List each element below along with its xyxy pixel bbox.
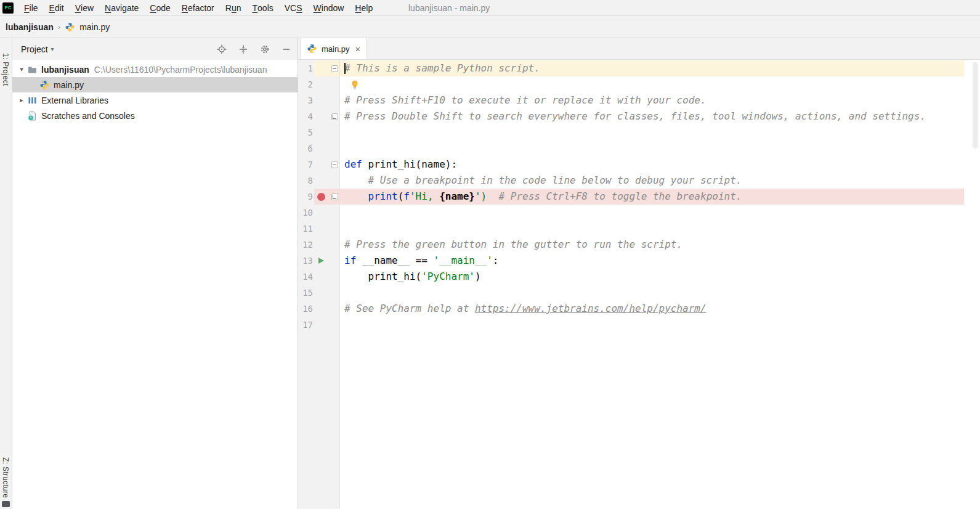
- gutter-row-1[interactable]: 1: [298, 60, 339, 76]
- menu-tools[interactable]: Tools: [247, 0, 279, 15]
- main-menu: FileEditViewNavigateCodeRefactorRunTools…: [18, 0, 378, 15]
- code-line-3[interactable]: # Press Shift+F10 to execute it or repla…: [340, 92, 964, 108]
- line-number: 1: [298, 63, 313, 73]
- editor-gutter: 1234567891011121314151617: [298, 60, 340, 509]
- pycharm-logo-icon: PC: [2, 2, 14, 14]
- gutter-row-17[interactable]: 17: [298, 317, 339, 333]
- code-line-16[interactable]: # See PyCharm help at https://www.jetbra…: [340, 301, 964, 317]
- code-line-6[interactable]: [340, 140, 964, 157]
- run-icon[interactable]: [318, 258, 324, 264]
- chevron-down-icon[interactable]: ▾: [51, 46, 54, 52]
- gutter-row-10[interactable]: 10: [298, 205, 339, 221]
- code-area[interactable]: # This is a sample Python script.# Press…: [340, 60, 964, 509]
- code-line-15[interactable]: [340, 285, 964, 301]
- code-line-14[interactable]: print_hi('PyCharm'): [340, 269, 964, 285]
- gutter-row-11[interactable]: 11: [298, 221, 339, 237]
- menu-help[interactable]: Help: [349, 0, 378, 15]
- fold-end-icon[interactable]: [331, 113, 338, 120]
- menu-navigate[interactable]: Navigate: [99, 0, 144, 15]
- gutter-row-2[interactable]: 2: [298, 76, 339, 92]
- project-view-selector[interactable]: Project: [21, 44, 48, 54]
- gutter-row-16[interactable]: 16: [298, 301, 339, 317]
- line-number: 11: [298, 224, 313, 234]
- code-line-7[interactable]: def print_hi(name):: [340, 157, 964, 173]
- tree-item-external-libraries[interactable]: ▸External Libraries: [12, 92, 298, 108]
- close-tab-icon[interactable]: ×: [355, 44, 361, 54]
- tree-item-label: main.py: [54, 80, 84, 90]
- line-number: 17: [298, 320, 313, 330]
- gutter-row-14[interactable]: 14: [298, 269, 339, 285]
- fold-start-icon[interactable]: [331, 65, 338, 72]
- tree-item-label: Scratches and Consoles: [41, 111, 135, 121]
- menu-refactor[interactable]: Refactor: [176, 0, 220, 15]
- gutter-row-15[interactable]: 15: [298, 285, 339, 301]
- gutter-row-3[interactable]: 3: [298, 92, 339, 108]
- menu-window[interactable]: Window: [308, 0, 350, 15]
- code-line-13[interactable]: if __name__ == '__main__':: [340, 253, 964, 269]
- menu-file[interactable]: File: [18, 0, 44, 15]
- stripe-project-button[interactable]: 1: Project: [1, 53, 10, 86]
- code-line-5[interactable]: [340, 124, 964, 140]
- code-line-17[interactable]: [340, 317, 964, 333]
- code-line-2[interactable]: [340, 76, 964, 92]
- gutter-row-9[interactable]: 9: [298, 189, 339, 205]
- gutter-row-8[interactable]: 8: [298, 173, 339, 189]
- menu-bar: PC FileEditViewNavigateCodeRefactorRunTo…: [0, 0, 980, 16]
- line-number: 10: [298, 208, 313, 218]
- menu-code[interactable]: Code: [144, 0, 176, 15]
- code-line-12[interactable]: # Press the green button in the gutter t…: [340, 237, 964, 253]
- scratches-icon: [27, 111, 38, 121]
- gutter-row-4[interactable]: 4: [298, 108, 339, 124]
- line-number: 15: [298, 288, 313, 298]
- line-number: 5: [298, 128, 313, 137]
- fold-start-icon[interactable]: [331, 161, 338, 168]
- locate-icon[interactable]: [217, 44, 227, 54]
- code-line-4[interactable]: # Press Double Shift to search everywher…: [340, 108, 964, 124]
- tree-item-scratches-and-consoles[interactable]: Scratches and Consoles: [12, 108, 298, 123]
- menu-run[interactable]: Run: [220, 0, 247, 15]
- line-number: 12: [298, 240, 313, 250]
- line-number: 7: [298, 160, 313, 169]
- gutter-row-13[interactable]: 13: [298, 253, 339, 269]
- line-number: 14: [298, 272, 313, 282]
- editor-area: main.py × 1234567891011121314151617 # Th…: [298, 38, 980, 509]
- hide-icon[interactable]: [281, 44, 291, 54]
- breadcrumb-project[interactable]: lubanjisuan: [6, 22, 54, 32]
- line-number: 2: [298, 79, 313, 89]
- python-file-icon: [65, 22, 75, 32]
- menu-vcs[interactable]: VCS: [279, 0, 308, 15]
- menu-edit[interactable]: Edit: [44, 0, 70, 15]
- fold-end-icon[interactable]: [331, 193, 338, 200]
- tab-main-py[interactable]: main.py ×: [300, 38, 367, 59]
- tool-window-toggle-icon[interactable]: [2, 501, 10, 507]
- breakpoint-icon[interactable]: [317, 193, 325, 201]
- line-number: 16: [298, 304, 313, 314]
- left-tool-window-stripe: 1: Project Z: Structure: [0, 38, 12, 509]
- line-number: 9: [298, 192, 313, 202]
- gutter-row-12[interactable]: 12: [298, 237, 339, 253]
- gutter-row-5[interactable]: 5: [298, 124, 339, 140]
- tree-item-main-py[interactable]: main.py: [12, 77, 298, 92]
- line-number: 6: [298, 144, 313, 153]
- gutter-row-7[interactable]: 7: [298, 157, 339, 173]
- code-line-10[interactable]: [340, 205, 964, 221]
- scrollbar-thumb[interactable]: [973, 62, 978, 149]
- code-line-8[interactable]: # Use a breakpoint in the code line belo…: [340, 173, 964, 189]
- menu-view[interactable]: View: [70, 0, 99, 15]
- editor-scrollbar[interactable]: [964, 60, 980, 509]
- gutter-row-6[interactable]: 6: [298, 140, 339, 157]
- tree-item-lubanjisuan[interactable]: ▾lubanjisuanC:\Users\11610\PycharmProjec…: [12, 62, 298, 77]
- settings-gear-icon[interactable]: [260, 44, 270, 54]
- intention-bulb-icon[interactable]: [350, 80, 359, 89]
- breadcrumb-file[interactable]: main.py: [79, 22, 110, 32]
- line-number: 8: [298, 176, 313, 185]
- chevron-down-icon[interactable]: ▾: [16, 65, 27, 73]
- stripe-structure-button[interactable]: Z: Structure: [1, 457, 10, 498]
- code-line-11[interactable]: [340, 221, 964, 237]
- collapse-all-icon[interactable]: [238, 44, 248, 54]
- code-line-9[interactable]: print(f'Hi, {name}') # Press Ctrl+F8 to …: [340, 189, 964, 205]
- tree-item-label: lubanjisuan: [41, 65, 89, 75]
- project-tool-window: Project ▾ ▾lubanjisuanC:\Users\11610\Pyc…: [12, 38, 298, 509]
- code-line-1[interactable]: # This is a sample Python script.: [340, 60, 964, 76]
- chevron-right-icon[interactable]: ▸: [16, 96, 27, 104]
